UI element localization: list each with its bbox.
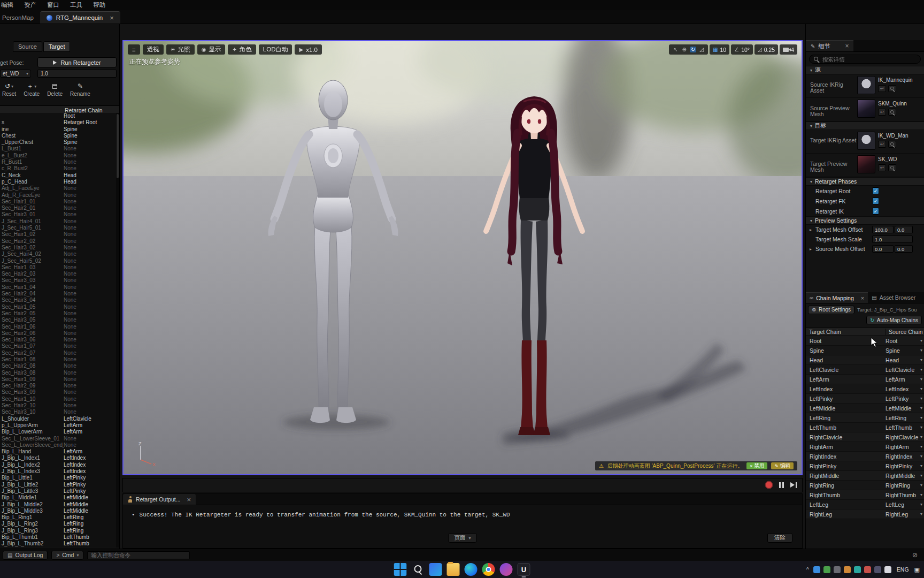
bone-chain-row[interactable]: c_R_Bust2 None	[0, 165, 116, 172]
bone-chain-row[interactable]: Sec_Hair1_01 None	[0, 199, 116, 205]
bone-chain-row[interactable]: Bip_L_Ring1 LeftRing	[0, 514, 116, 521]
section-preview-settings[interactable]: ▾ Preview Settings	[806, 216, 924, 225]
chevron-right-icon[interactable]: ▸	[810, 227, 815, 232]
bone-chain-row[interactable]: Sec_Hair3_05 None	[0, 317, 116, 323]
tab-personmap[interactable]: PersonMap	[0, 11, 40, 24]
chain-mapping-row[interactable]: LeftPinky LeftPinky ▾	[806, 394, 924, 404]
bone-chain-row[interactable]: Sec_Hair3_04 None	[0, 297, 116, 303]
asset-picker[interactable]: IK_WD_Man ↩	[857, 132, 921, 153]
bone-chain-row[interactable]: Sec_Hair3_08 None	[0, 370, 116, 376]
bone-chain-row[interactable]: Sec_Hair3_06 None	[0, 337, 116, 343]
taskbar-app-icon[interactable]	[465, 563, 478, 576]
use-selected-icon[interactable]: ↩	[878, 109, 886, 116]
taskbar-app-icon[interactable]	[429, 563, 442, 576]
bone-chain-row[interactable]: Sec_Hair2_04 None	[0, 291, 116, 297]
chain-mapping-row[interactable]: LeftLeg LeftLeg ▾	[806, 500, 924, 509]
bone-chain-row[interactable]: Sec_Hair3_01 None	[0, 211, 116, 218]
value-field[interactable]: 100.0	[872, 226, 894, 233]
clear-button[interactable]: 清除	[767, 533, 792, 543]
asset-picker[interactable]: SK_WD ↩	[857, 155, 921, 177]
tray-icon[interactable]	[834, 566, 841, 573]
tray-icon[interactable]	[884, 566, 891, 573]
browse-to-asset-icon[interactable]	[888, 141, 896, 148]
source-chain-dropdown[interactable]: Spine ▾	[886, 347, 924, 354]
auto-map-chains-button[interactable]: ↻ Auto-Map Chains	[866, 316, 922, 324]
tray-icon[interactable]	[813, 566, 820, 573]
bone-chain-row[interactable]: Sec_Hair3_02 None	[0, 245, 116, 251]
asset-thumbnail[interactable]	[857, 132, 875, 150]
tray-icon[interactable]	[854, 566, 861, 573]
rotation-snap-toggle[interactable]: ∠ 10°	[731, 44, 753, 55]
taskbar-app-icon[interactable]	[500, 563, 513, 576]
tray-icon[interactable]	[844, 566, 851, 573]
bone-chain-row[interactable]: Bip_L_Little1 LeftPinky	[0, 475, 116, 481]
chain-mapping-row[interactable]: LeftClavicle LeftClavicle ▾	[806, 365, 924, 375]
value-field[interactable]: 1.0	[872, 235, 913, 243]
show-flags-dropdown[interactable]: ◉ 显示	[197, 44, 226, 55]
disable-postprocess-button[interactable]: × 禁用	[746, 462, 767, 469]
taskbar-app-icon[interactable]	[412, 563, 425, 576]
checkbox-checked[interactable]: ✓	[872, 208, 879, 215]
source-chain-dropdown[interactable]: LeftArm ▾	[886, 376, 924, 383]
source-chain-dropdown[interactable]: LeftPinky ▾	[886, 396, 924, 402]
run-retargeter-button[interactable]: Run Retargeter	[37, 57, 117, 67]
checkbox-checked[interactable]: ✓	[872, 197, 879, 204]
bone-chain-row[interactable]: e_L_Bust2 None	[0, 153, 116, 159]
use-selected-icon[interactable]: ↩	[878, 141, 886, 148]
tab-details[interactable]: ✎ 细节 ×	[806, 40, 853, 51]
taskbar-app-icon[interactable]	[518, 563, 530, 576]
notification-icon[interactable]: ▣	[914, 566, 920, 573]
bone-chain-row[interactable]: Bip_L_LowerArm LeftArm	[0, 429, 116, 435]
bone-chain-row[interactable]: J_Sec_Hair4_01 None	[0, 218, 116, 225]
tab-chain-mapping[interactable]: ∞ Chain Mapping ×	[806, 292, 868, 303]
source-chain-dropdown[interactable]: RightPinky ▾	[886, 463, 924, 469]
bone-chain-row[interactable]: J_Bip_L_Index1 LeftIndex	[0, 455, 116, 461]
tab-source[interactable]: Source	[13, 41, 42, 52]
bone-chain-row[interactable]: Sec_Hair1_07 None	[0, 343, 116, 349]
camera-speed-button[interactable]: 4	[780, 44, 797, 55]
page-dropdown[interactable]: 页面 ▾	[448, 533, 476, 543]
details-search-input[interactable]	[822, 56, 916, 63]
source-chain-dropdown[interactable]: RightArm ▾	[886, 444, 924, 450]
cmd-dropdown[interactable]: > Cmd ▾	[51, 551, 83, 560]
perspective-dropdown[interactable]: 透视	[143, 44, 164, 55]
lit-mode-dropdown[interactable]: ☀ 光照	[166, 44, 195, 55]
chain-mapping-row[interactable]: LeftMiddle LeftMiddle ▾	[806, 404, 924, 413]
bone-chain-row[interactable]: L_Bust1 None	[0, 146, 116, 152]
bone-chain-row[interactable]: Sec_Hair2_02 None	[0, 238, 116, 245]
bone-chain-row[interactable]: p_L_UpperArm LeftArm	[0, 422, 116, 429]
bone-chain-row[interactable]: Sec_Hair1_03 None	[0, 264, 116, 271]
taskbar-app-icon[interactable]	[394, 563, 407, 576]
tray-icon[interactable]	[874, 566, 881, 573]
use-selected-icon[interactable]: ↩	[878, 164, 886, 171]
asset-picker[interactable]: IK_Mannequin ↩	[857, 76, 921, 97]
chain-mapping-row[interactable]: Spine Spine ▾	[806, 346, 924, 355]
section-target[interactable]: ▾ 目标	[806, 121, 924, 130]
source-chain-dropdown[interactable]: RightLeg ▾	[886, 511, 924, 518]
section-source[interactable]: ▾ 源	[806, 66, 924, 74]
bone-chain-row[interactable]: J_Bip_L_Ring3 LeftRing	[0, 528, 116, 534]
chevron-right-icon[interactable]: ▸	[810, 247, 815, 252]
asset-thumbnail[interactable]	[857, 155, 875, 173]
bone-chain-row[interactable]: J_Bip_L_Index2 LeftIndex	[0, 462, 116, 468]
taskbar-app-icon[interactable]	[482, 563, 495, 576]
bone-chain-row[interactable]: p_C_Head Head	[0, 179, 116, 185]
details-search[interactable]	[809, 55, 921, 64]
bone-chain-row[interactable]: ine Spine	[0, 126, 116, 133]
bone-chain-row[interactable]: J_Bip_L_Little3 LeftPinky	[0, 488, 116, 495]
source-chain-dropdown[interactable]: LeftLeg ▾	[886, 501, 924, 508]
menu-item[interactable]: 编辑	[0, 1, 18, 9]
chain-mapping-row[interactable]: RightIndex RightIndex ▾	[806, 452, 924, 461]
chain-list-scrollbar[interactable]	[116, 113, 119, 547]
bone-chain-row[interactable]: Root	[0, 113, 116, 119]
language-indicator[interactable]: ENG	[895, 566, 911, 573]
bone-chain-row[interactable]: Sec_Hair2_07 None	[0, 350, 116, 356]
tab-rtg-mannequin[interactable]: RTG_Mannequin ×	[40, 11, 120, 24]
lod-auto-dropdown[interactable]: LOD自动	[259, 44, 292, 55]
bone-chain-row[interactable]: Sec_Hair1_04 None	[0, 284, 116, 291]
move-tool-icon[interactable]: ⊕	[681, 47, 688, 52]
browse-to-asset-icon[interactable]	[888, 164, 896, 171]
menu-item[interactable]: 帮助	[88, 1, 110, 9]
tab-asset-browser[interactable]: ▤ Asset Browser	[868, 292, 919, 303]
chain-mapping-row[interactable]: Head Head ▾	[806, 355, 924, 365]
